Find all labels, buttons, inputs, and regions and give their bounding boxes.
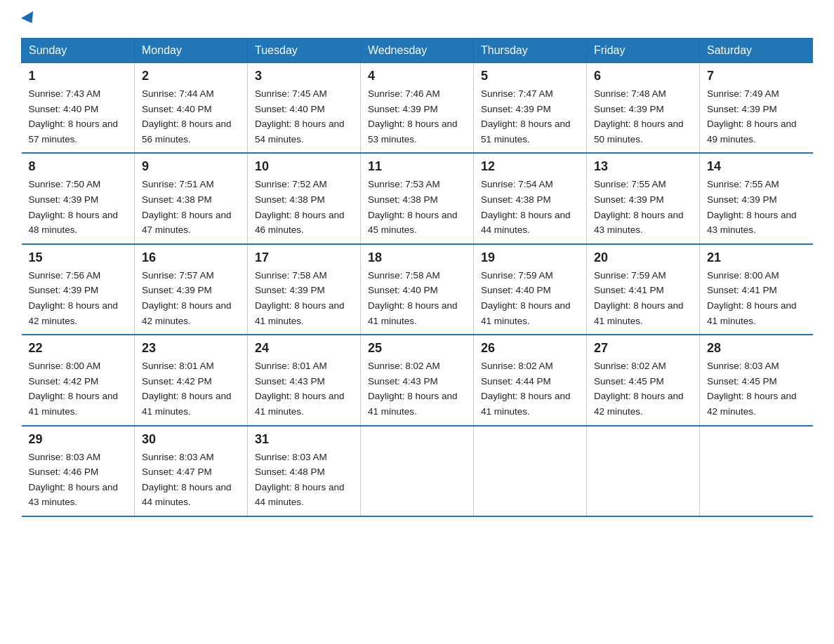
calendar-cell: 31Sunrise: 8:03 AMSunset: 4:48 PMDayligh… xyxy=(248,426,361,516)
day-info: Sunrise: 7:50 AMSunset: 4:39 PMDaylight:… xyxy=(29,177,128,237)
header-day-wednesday: Wednesday xyxy=(361,39,474,63)
day-info: Sunrise: 7:54 AMSunset: 4:38 PMDaylight:… xyxy=(481,177,579,237)
day-info: Sunrise: 7:59 AMSunset: 4:40 PMDaylight:… xyxy=(481,268,579,328)
calendar-cell: 2Sunrise: 7:44 AMSunset: 4:40 PMDaylight… xyxy=(135,63,248,154)
calendar-cell: 1Sunrise: 7:43 AMSunset: 4:40 PMDaylight… xyxy=(22,63,135,154)
day-number: 20 xyxy=(594,250,692,265)
calendar-cell: 16Sunrise: 7:57 AMSunset: 4:39 PMDayligh… xyxy=(135,244,248,335)
day-info: Sunrise: 8:03 AMSunset: 4:45 PMDaylight:… xyxy=(707,358,806,419)
calendar-cell: 5Sunrise: 7:47 AMSunset: 4:39 PMDaylight… xyxy=(474,63,587,154)
day-number: 17 xyxy=(255,250,353,265)
day-number: 5 xyxy=(481,69,579,83)
calendar-cell xyxy=(361,426,474,516)
calendar-cell: 30Sunrise: 8:03 AMSunset: 4:47 PMDayligh… xyxy=(135,426,248,516)
day-info: Sunrise: 7:52 AMSunset: 4:38 PMDaylight:… xyxy=(255,177,353,237)
day-info: Sunrise: 7:43 AMSunset: 4:40 PMDaylight:… xyxy=(29,86,128,147)
calendar-cell: 8Sunrise: 7:50 AMSunset: 4:39 PMDaylight… xyxy=(22,153,135,243)
calendar-cell: 12Sunrise: 7:54 AMSunset: 4:38 PMDayligh… xyxy=(474,153,587,243)
calendar-cell: 6Sunrise: 7:48 AMSunset: 4:39 PMDaylight… xyxy=(587,63,700,154)
header-day-monday: Monday xyxy=(135,39,248,63)
day-number: 18 xyxy=(368,250,466,265)
calendar-body: 1Sunrise: 7:43 AMSunset: 4:40 PMDaylight… xyxy=(22,63,813,516)
day-info: Sunrise: 7:49 AMSunset: 4:39 PMDaylight:… xyxy=(707,86,806,147)
day-number: 4 xyxy=(368,69,466,83)
header-day-thursday: Thursday xyxy=(474,39,587,63)
day-info: Sunrise: 8:00 AMSunset: 4:42 PMDaylight:… xyxy=(29,358,128,419)
calendar-cell: 23Sunrise: 8:01 AMSunset: 4:42 PMDayligh… xyxy=(135,335,248,425)
header-day-friday: Friday xyxy=(587,39,700,63)
day-number: 21 xyxy=(707,250,806,265)
calendar-week-4: 22Sunrise: 8:00 AMSunset: 4:42 PMDayligh… xyxy=(22,335,813,425)
calendar-cell: 13Sunrise: 7:55 AMSunset: 4:39 PMDayligh… xyxy=(587,153,700,243)
calendar-week-5: 29Sunrise: 8:03 AMSunset: 4:46 PMDayligh… xyxy=(22,426,813,516)
calendar-cell: 10Sunrise: 7:52 AMSunset: 4:38 PMDayligh… xyxy=(248,153,361,243)
day-number: 28 xyxy=(707,341,806,356)
calendar-cell: 7Sunrise: 7:49 AMSunset: 4:39 PMDaylight… xyxy=(700,63,813,154)
calendar-cell: 9Sunrise: 7:51 AMSunset: 4:38 PMDaylight… xyxy=(135,153,248,243)
calendar-week-1: 1Sunrise: 7:43 AMSunset: 4:40 PMDaylight… xyxy=(22,63,813,154)
day-number: 29 xyxy=(29,432,128,447)
day-number: 30 xyxy=(142,432,240,447)
day-info: Sunrise: 7:57 AMSunset: 4:39 PMDaylight:… xyxy=(142,268,240,328)
logo xyxy=(21,14,37,24)
calendar-cell xyxy=(474,426,587,516)
calendar-cell: 24Sunrise: 8:01 AMSunset: 4:43 PMDayligh… xyxy=(248,335,361,425)
day-number: 6 xyxy=(594,69,692,83)
day-number: 27 xyxy=(594,341,692,356)
day-info: Sunrise: 8:02 AMSunset: 4:44 PMDaylight:… xyxy=(481,358,579,419)
calendar-header: SundayMondayTuesdayWednesdayThursdayFrid… xyxy=(22,39,813,63)
day-number: 26 xyxy=(481,341,579,356)
day-number: 2 xyxy=(142,69,240,83)
day-number: 16 xyxy=(142,250,240,265)
calendar-cell: 29Sunrise: 8:03 AMSunset: 4:46 PMDayligh… xyxy=(22,426,135,516)
day-info: Sunrise: 7:59 AMSunset: 4:41 PMDaylight:… xyxy=(594,268,692,328)
calendar-cell: 27Sunrise: 8:02 AMSunset: 4:45 PMDayligh… xyxy=(587,335,700,425)
calendar-cell: 14Sunrise: 7:55 AMSunset: 4:39 PMDayligh… xyxy=(700,153,813,243)
day-number: 25 xyxy=(368,341,466,356)
calendar-cell: 20Sunrise: 7:59 AMSunset: 4:41 PMDayligh… xyxy=(587,244,700,335)
header-day-sunday: Sunday xyxy=(22,39,135,63)
header-day-tuesday: Tuesday xyxy=(248,39,361,63)
day-info: Sunrise: 8:03 AMSunset: 4:46 PMDaylight:… xyxy=(29,450,128,510)
day-number: 23 xyxy=(142,341,240,356)
calendar-week-3: 15Sunrise: 7:56 AMSunset: 4:39 PMDayligh… xyxy=(22,244,813,335)
day-number: 8 xyxy=(29,159,128,174)
day-info: Sunrise: 7:45 AMSunset: 4:40 PMDaylight:… xyxy=(255,86,353,147)
day-info: Sunrise: 8:01 AMSunset: 4:43 PMDaylight:… xyxy=(255,358,353,419)
page-header xyxy=(21,14,813,24)
day-info: Sunrise: 7:55 AMSunset: 4:39 PMDaylight:… xyxy=(594,177,692,237)
day-number: 14 xyxy=(707,159,806,174)
calendar-cell: 15Sunrise: 7:56 AMSunset: 4:39 PMDayligh… xyxy=(22,244,135,335)
logo-triangle-icon xyxy=(21,11,38,27)
day-info: Sunrise: 7:56 AMSunset: 4:39 PMDaylight:… xyxy=(29,268,128,328)
day-info: Sunrise: 8:02 AMSunset: 4:45 PMDaylight:… xyxy=(594,358,692,419)
calendar-week-2: 8Sunrise: 7:50 AMSunset: 4:39 PMDaylight… xyxy=(22,153,813,243)
day-info: Sunrise: 7:46 AMSunset: 4:39 PMDaylight:… xyxy=(368,86,466,147)
day-number: 1 xyxy=(29,69,128,83)
day-info: Sunrise: 8:01 AMSunset: 4:42 PMDaylight:… xyxy=(142,358,240,419)
day-info: Sunrise: 7:53 AMSunset: 4:38 PMDaylight:… xyxy=(368,177,466,237)
day-info: Sunrise: 8:00 AMSunset: 4:41 PMDaylight:… xyxy=(707,268,806,328)
calendar-cell: 4Sunrise: 7:46 AMSunset: 4:39 PMDaylight… xyxy=(361,63,474,154)
day-number: 13 xyxy=(594,159,692,174)
day-info: Sunrise: 8:02 AMSunset: 4:43 PMDaylight:… xyxy=(368,358,466,419)
day-number: 9 xyxy=(142,159,240,174)
calendar-cell: 22Sunrise: 8:00 AMSunset: 4:42 PMDayligh… xyxy=(22,335,135,425)
day-info: Sunrise: 7:58 AMSunset: 4:40 PMDaylight:… xyxy=(368,268,466,328)
day-number: 22 xyxy=(29,341,128,356)
day-number: 10 xyxy=(255,159,353,174)
calendar-cell: 3Sunrise: 7:45 AMSunset: 4:40 PMDaylight… xyxy=(248,63,361,154)
day-info: Sunrise: 8:03 AMSunset: 4:47 PMDaylight:… xyxy=(142,450,240,510)
calendar-cell: 18Sunrise: 7:58 AMSunset: 4:40 PMDayligh… xyxy=(361,244,474,335)
day-info: Sunrise: 7:51 AMSunset: 4:38 PMDaylight:… xyxy=(142,177,240,237)
day-number: 7 xyxy=(707,69,806,83)
day-number: 19 xyxy=(481,250,579,265)
day-info: Sunrise: 8:03 AMSunset: 4:48 PMDaylight:… xyxy=(255,450,353,510)
day-info: Sunrise: 7:58 AMSunset: 4:39 PMDaylight:… xyxy=(255,268,353,328)
calendar-cell: 26Sunrise: 8:02 AMSunset: 4:44 PMDayligh… xyxy=(474,335,587,425)
day-number: 12 xyxy=(481,159,579,174)
calendar-cell: 19Sunrise: 7:59 AMSunset: 4:40 PMDayligh… xyxy=(474,244,587,335)
day-info: Sunrise: 7:47 AMSunset: 4:39 PMDaylight:… xyxy=(481,86,579,147)
header-row: SundayMondayTuesdayWednesdayThursdayFrid… xyxy=(22,39,813,63)
calendar-cell: 21Sunrise: 8:00 AMSunset: 4:41 PMDayligh… xyxy=(700,244,813,335)
